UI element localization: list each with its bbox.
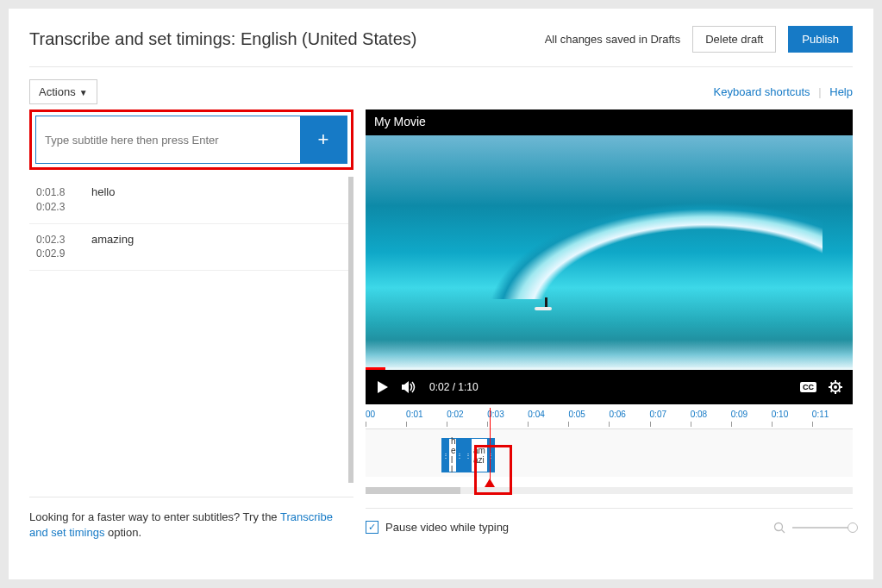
zoom-slider[interactable] [792, 527, 853, 529]
actions-dropdown[interactable]: Actions▼ [29, 79, 97, 104]
pause-while-typing-checkbox[interactable]: ✓ Pause video while typing [366, 521, 509, 534]
actions-label: Actions [39, 85, 76, 98]
divider: | [818, 85, 821, 98]
video-player[interactable]: My Movie 0:02 / 1:10 CC [366, 109, 853, 404]
svg-line-11 [839, 383, 841, 385]
time-range: 0:01.8 0:02.3 [36, 185, 88, 215]
checkbox-icon: ✓ [366, 521, 378, 534]
svg-line-9 [839, 391, 841, 392]
video-frame [366, 135, 853, 370]
plus-icon: + [318, 128, 329, 151]
header-actions: All changes saved in Drafts Delete draft… [545, 26, 853, 53]
svg-line-13 [782, 529, 785, 533]
play-button[interactable] [376, 380, 390, 394]
video-panel: My Movie 0:02 / 1:10 CC [366, 109, 853, 541]
chevron-down-icon: ▼ [76, 88, 88, 97]
clip-handle-right[interactable]: ⋮ [456, 439, 463, 472]
transcript-row[interactable]: 0:02.3 0:02.9 amazing [29, 224, 348, 272]
toolbar: Actions▼ Keyboard shortcuts | Help [29, 79, 853, 104]
volume-button[interactable] [402, 380, 417, 394]
input-highlight: + [29, 109, 353, 170]
zoom-icon [773, 522, 785, 534]
page-title: Transcribe and set timings: English (Uni… [29, 29, 416, 49]
timeline-ticks: 00 0:01 0:02 0:03 0:04 0:05 0:06 0:07 0:… [366, 408, 853, 425]
time-range: 0:02.3 0:02.9 [36, 233, 88, 262]
timeline-track[interactable]: ⋮ hell ⋮ ⋮ amazi ⋮ [366, 428, 853, 477]
clip-highlight [474, 445, 512, 495]
svg-marker-1 [402, 381, 409, 393]
clip-handle-left[interactable]: ⋮ [465, 439, 472, 472]
footer-hint: Looking for a faster way to enter subtit… [29, 497, 353, 541]
scrollbar-thumb[interactable] [366, 487, 460, 494]
video-title: My Movie [366, 109, 853, 135]
subtitle-text: amazing [88, 233, 341, 262]
add-subtitle-button[interactable]: + [300, 116, 347, 163]
transcript-row[interactable]: 0:01.8 0:02.3 hello [29, 177, 348, 224]
svg-point-12 [775, 522, 783, 530]
svg-marker-0 [378, 381, 388, 393]
help-link[interactable]: Help [829, 85, 853, 98]
publish-button[interactable]: Publish [788, 26, 853, 53]
clip-label: hell [449, 436, 456, 474]
transcript-list[interactable]: 0:01.8 0:02.3 hello 0:02.3 0:02.9 amazin… [29, 177, 353, 483]
video-controls: 0:02 / 1:10 CC [366, 370, 853, 404]
subtitle-input[interactable] [36, 116, 300, 163]
svg-line-10 [831, 391, 833, 392]
save-status: All changes saved in Drafts [545, 33, 681, 46]
bottom-controls: ✓ Pause video while typing [366, 508, 853, 534]
settings-button[interactable] [829, 380, 842, 394]
keyboard-shortcuts-link[interactable]: Keyboard shortcuts [714, 85, 810, 98]
transcript-panel: + 0:01.8 0:02.3 hello 0:02.3 0:02.9 [29, 109, 353, 541]
subtitle-text: hello [88, 185, 341, 215]
timeline[interactable]: 00 0:01 0:02 0:03 0:04 0:05 0:06 0:07 0:… [366, 408, 853, 485]
delete-draft-button[interactable]: Delete draft [692, 26, 776, 53]
timeline-scrollbar[interactable] [366, 487, 853, 494]
header: Transcribe and set timings: English (Uni… [29, 26, 853, 67]
clip-handle-left[interactable]: ⋮ [442, 439, 449, 472]
zoom-thumb[interactable] [848, 522, 858, 533]
time-display: 0:02 / 1:10 [429, 381, 479, 393]
help-links: Keyboard shortcuts | Help [714, 85, 853, 98]
cc-button[interactable]: CC [800, 382, 816, 392]
zoom-control[interactable] [773, 522, 853, 534]
checkbox-label: Pause video while typing [385, 521, 509, 534]
timeline-clip[interactable]: ⋮ hell ⋮ [441, 438, 464, 472]
progress-bar[interactable] [366, 367, 853, 370]
svg-point-3 [834, 385, 837, 389]
svg-line-8 [831, 383, 833, 385]
